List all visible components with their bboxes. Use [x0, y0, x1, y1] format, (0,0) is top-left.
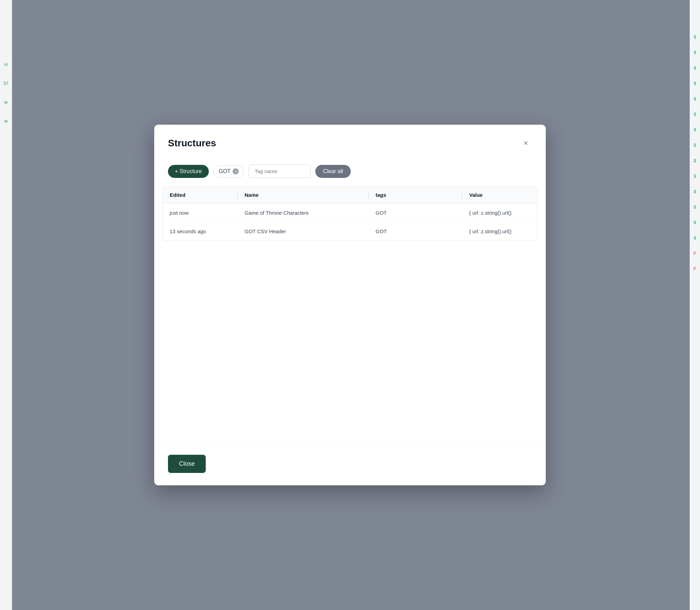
cell-edited: 13 seconds ago	[163, 222, 238, 241]
background-left: ni 57 ie ie	[0, 0, 12, 610]
background-right: $ $ $ $ $ $ $ $ $ $ $ $ $ $ F F	[690, 0, 700, 610]
filter-tag-remove-button[interactable]: ×	[233, 168, 239, 174]
table-body: just now Game of Throne Characters GOT {…	[163, 204, 537, 241]
modal-header: Structures ×	[154, 125, 546, 159]
col-header-tags: tags	[369, 187, 463, 204]
add-structure-button[interactable]: + Structure	[168, 165, 209, 178]
tag-name-input[interactable]	[249, 165, 311, 178]
modal-footer: Close	[154, 446, 546, 485]
structures-modal: Structures × + Structure GOT × Clear all…	[154, 125, 546, 485]
cell-value: { url: z.string().url()	[462, 204, 537, 222]
modal-title: Structures	[168, 138, 216, 149]
structures-table: Edited Name tags Value just now Game of …	[163, 187, 537, 240]
cell-name: Game of Throne Characters	[238, 204, 369, 222]
got-filter-tag: GOT ×	[214, 165, 244, 178]
cell-edited: just now	[163, 204, 238, 222]
col-header-edited: Edited	[163, 187, 238, 204]
modal-toolbar: + Structure GOT × Clear all	[154, 159, 546, 186]
modal-close-button[interactable]: ×	[520, 137, 532, 149]
table-header: Edited Name tags Value	[163, 187, 537, 204]
modal-body: Edited Name tags Value just now Game of …	[154, 186, 546, 446]
cell-name: GOT CSV Header	[238, 222, 369, 241]
clear-all-button[interactable]: Clear all	[315, 165, 351, 178]
col-header-name: Name	[238, 187, 369, 204]
cell-value: { url: z.string().url()	[462, 222, 537, 241]
col-header-value: Value	[462, 187, 537, 204]
filter-tag-label: GOT	[219, 168, 231, 174]
cell-tags: GOT	[369, 222, 463, 241]
table-row[interactable]: 13 seconds ago GOT CSV Header GOT { url:…	[163, 222, 537, 241]
close-modal-button[interactable]: Close	[168, 455, 206, 473]
structures-table-container: Edited Name tags Value just now Game of …	[162, 186, 538, 241]
cell-tags: GOT	[369, 204, 463, 222]
table-row[interactable]: just now Game of Throne Characters GOT {…	[163, 204, 537, 222]
